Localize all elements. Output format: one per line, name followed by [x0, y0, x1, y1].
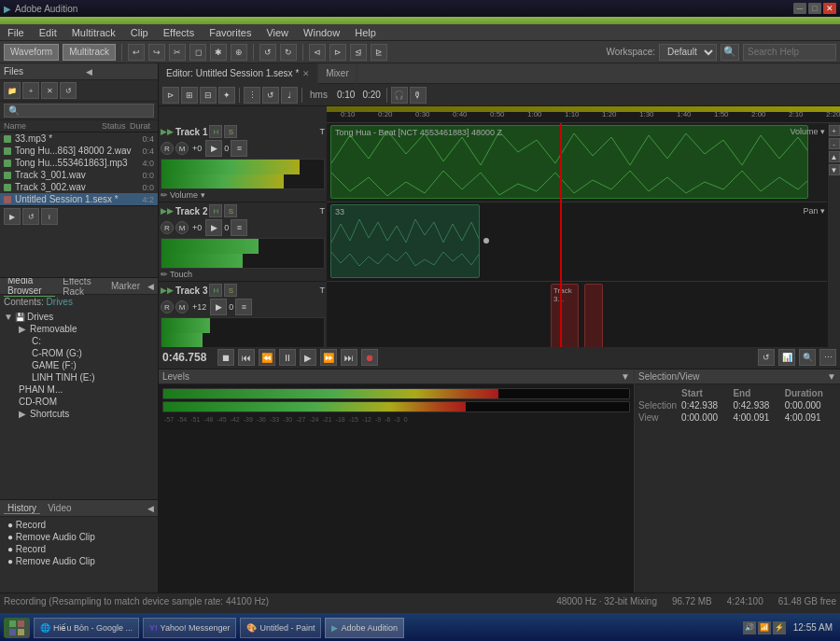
selection-collapse[interactable]: ▼: [827, 371, 836, 382]
track-2-record-btn[interactable]: R: [161, 221, 174, 234]
track-1-monitor-btn[interactable]: M: [175, 142, 189, 155]
track-3-monitor-btn[interactable]: M: [175, 300, 189, 314]
workspace-search-icon[interactable]: 🔍: [721, 44, 739, 61]
tool-btn-7[interactable]: ↺: [259, 44, 276, 61]
menu-multitrack[interactable]: Multitrack: [68, 27, 119, 38]
transport-zoom-btn[interactable]: 🔍: [799, 349, 816, 366]
transport-rwd-btn[interactable]: ⏪: [259, 349, 275, 366]
tool-btn-6[interactable]: ⊕: [231, 44, 247, 61]
ed-tool-3[interactable]: ⊟: [200, 87, 217, 104]
file-item[interactable]: 33.mp3 * 0:4: [0, 132, 158, 145]
track-2-clip[interactable]: 33: [330, 204, 480, 278]
tree-removable[interactable]: ▶ Removable: [0, 323, 158, 335]
file-item[interactable]: Tong Hu...863] 48000 2.wav 0:4: [0, 145, 158, 157]
tree-drives[interactable]: ▼ 💾 Drives: [0, 311, 158, 323]
drives-link[interactable]: Drives: [47, 297, 73, 307]
taskbar-paint-btn[interactable]: 🎨 Untitled - Paint: [240, 618, 321, 638]
ed-tool-2[interactable]: ⊞: [181, 87, 198, 104]
track-1-menu-btn[interactable]: ≡: [231, 140, 247, 157]
transport-play-btn[interactable]: ▶: [300, 349, 316, 366]
track-2-s-btn[interactable]: S: [224, 204, 237, 217]
taskbar-yahoo-btn[interactable]: Y! Yahoo! Messenger: [143, 618, 236, 638]
menu-file[interactable]: File: [4, 27, 28, 38]
menu-effects[interactable]: Effects: [160, 27, 198, 38]
history-collapse[interactable]: ◀: [147, 504, 154, 513]
tab-media-browser[interactable]: Media Browser: [4, 278, 55, 297]
tray-icon-1[interactable]: 🔊: [743, 621, 756, 634]
tool-btn-9[interactable]: ⊲: [309, 44, 326, 61]
file-item[interactable]: Track 3_001.wav 0:0: [0, 169, 158, 181]
tool-btn-3[interactable]: ✂: [169, 44, 186, 61]
track-2-play-btn[interactable]: ▶: [205, 219, 222, 236]
ed-tool-4[interactable]: ✦: [218, 87, 235, 104]
files-btn-2[interactable]: +: [22, 82, 39, 99]
menu-view[interactable]: View: [262, 27, 292, 38]
transport-stop-btn[interactable]: ⏹: [217, 349, 234, 366]
track-1-s-btn[interactable]: S: [224, 125, 237, 138]
track-2-menu-btn[interactable]: ≡: [231, 219, 247, 236]
transport-loop-btn[interactable]: ↺: [758, 349, 775, 366]
track-1-volume-btn[interactable]: T: [320, 127, 326, 136]
files-search-input[interactable]: [4, 104, 154, 118]
scroll-up-btn[interactable]: ▲: [829, 151, 840, 162]
transport-fwd-btn[interactable]: ⏩: [320, 349, 337, 366]
track-1-clip[interactable]: Tong Hua - Beat [NCT 4553461883] 48000 Z: [330, 125, 808, 199]
taskbar-audition-btn[interactable]: ▶ Adobe Audition: [325, 618, 404, 638]
tab-marker[interactable]: Marker: [107, 281, 144, 291]
track-3-mode[interactable]: T: [320, 286, 326, 295]
history-item[interactable]: ● Remove Audio Clip: [4, 531, 154, 543]
waveform-button[interactable]: Waveform: [4, 44, 59, 61]
track-3-clip-2[interactable]: [584, 284, 603, 347]
tool-btn-12[interactable]: ⊵: [371, 44, 387, 61]
zoom-out-btn[interactable]: -: [829, 138, 840, 149]
tree-game[interactable]: GAME (F:): [0, 359, 158, 371]
track-1-record-btn[interactable]: R: [161, 142, 174, 155]
files-play-btn[interactable]: ▶: [4, 208, 21, 225]
tree-shortcuts[interactable]: ▶ Shortcuts: [0, 408, 158, 420]
history-item[interactable]: ● Record: [4, 543, 154, 555]
mixer-tab[interactable]: Mixer: [318, 63, 357, 84]
tab-video[interactable]: Video: [44, 503, 75, 513]
ed-snap-btn[interactable]: ⋮: [244, 87, 260, 104]
tree-c[interactable]: C:: [0, 335, 158, 347]
track-3-clip-1[interactable]: Track 3...: [551, 284, 579, 347]
track-2-waveform[interactable]: 33 Pan ▾: [327, 202, 827, 282]
track-3-menu-btn[interactable]: ≡: [235, 299, 252, 315]
track-1-h-btn[interactable]: H: [209, 125, 222, 138]
ed-headphone-btn[interactable]: 🎧: [391, 87, 408, 104]
track-2-mode[interactable]: T: [320, 206, 326, 216]
scroll-down-btn[interactable]: ▼: [829, 164, 840, 175]
minimize-button[interactable]: ─: [793, 3, 806, 14]
files-btn-4[interactable]: ↺: [60, 82, 77, 99]
menu-favorites[interactable]: Favorites: [205, 27, 255, 38]
media-panel-collapse[interactable]: ◀: [147, 282, 154, 291]
ed-tool-1[interactable]: ⊳: [162, 87, 179, 104]
track-2-monitor-btn[interactable]: M: [175, 221, 189, 234]
tool-btn-5[interactable]: ✱: [210, 44, 227, 61]
maximize-button[interactable]: □: [808, 3, 821, 14]
tool-btn-10[interactable]: ⊳: [329, 44, 346, 61]
tool-btn-8[interactable]: ↻: [280, 44, 297, 61]
tree-cdrom[interactable]: C-ROM (G:): [0, 347, 158, 359]
history-item[interactable]: ● Record: [4, 519, 154, 531]
files-info-btn[interactable]: i: [41, 208, 58, 225]
tool-btn-11[interactable]: ⊴: [350, 44, 367, 61]
track-3-record-btn[interactable]: R: [161, 300, 174, 314]
tree-cdrom2[interactable]: CD-ROM: [0, 396, 158, 408]
file-item[interactable]: Tong Hu...553461863].mp3 4:0: [0, 157, 158, 169]
files-loop-btn[interactable]: ↺: [22, 208, 39, 225]
file-item[interactable]: Track 3_002.wav 0:0: [0, 181, 158, 193]
track-2-h-btn[interactable]: H: [209, 204, 222, 217]
transport-prev-btn[interactable]: ⏮: [238, 349, 255, 366]
history-item[interactable]: ● Remove Audio Clip: [4, 555, 154, 567]
track-1-play-btn[interactable]: ▶: [205, 140, 222, 157]
start-button[interactable]: [4, 618, 30, 638]
track-3-waveform[interactable]: Track 3...: [327, 282, 827, 347]
tray-icon-3[interactable]: ⚡: [773, 621, 786, 634]
transport-pause-btn[interactable]: ⏸: [279, 349, 296, 366]
search-input[interactable]: [743, 44, 836, 61]
tree-phan[interactable]: PHAN M...: [0, 383, 158, 396]
tab-effects-rack[interactable]: Effects Rack: [59, 278, 104, 297]
files-btn-1[interactable]: 📁: [4, 82, 21, 99]
ed-mic-btn[interactable]: 🎙: [410, 87, 427, 104]
